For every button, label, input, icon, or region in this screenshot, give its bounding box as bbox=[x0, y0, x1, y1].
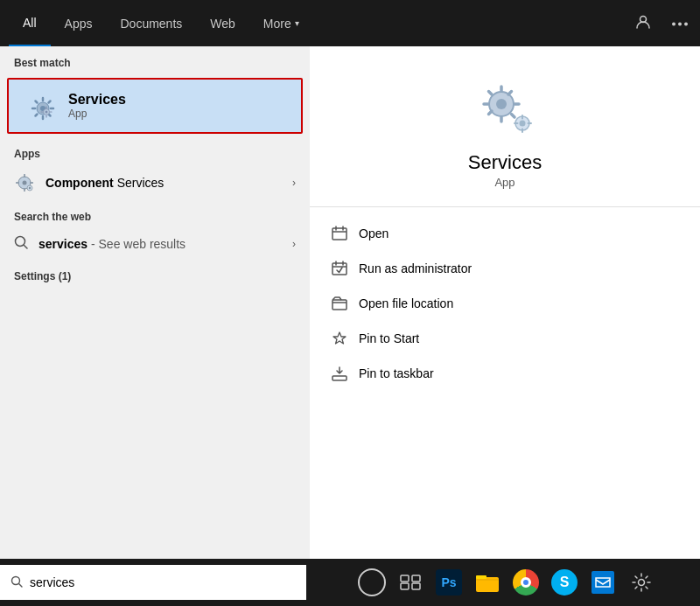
nav-tab-documents[interactable]: Documents bbox=[106, 0, 196, 46]
component-services-item[interactable]: Component Services › bbox=[0, 165, 310, 200]
nav-right-icons bbox=[632, 10, 691, 37]
svg-rect-17 bbox=[332, 376, 346, 380]
action-open-file-location-label: Open file location bbox=[359, 296, 453, 310]
action-pin-to-start[interactable]: Pin to Start bbox=[310, 321, 700, 356]
right-app-type: App bbox=[494, 176, 514, 189]
component-services-label: Component Services bbox=[46, 176, 292, 190]
file-explorer-icon bbox=[474, 569, 500, 596]
taskbar-search-box[interactable] bbox=[0, 565, 306, 600]
svg-point-13 bbox=[520, 121, 526, 127]
search-icon bbox=[14, 235, 28, 253]
blue-app-button[interactable] bbox=[585, 565, 620, 600]
best-match-item[interactable]: Services App bbox=[7, 78, 303, 134]
taskbar: Ps S bbox=[0, 559, 700, 606]
photoshop-icon: Ps bbox=[436, 569, 462, 596]
main-area: Best match bbox=[0, 46, 700, 559]
svg-point-3 bbox=[684, 22, 688, 25]
skype-icon: S bbox=[551, 569, 578, 596]
action-open[interactable]: Open bbox=[310, 216, 700, 251]
web-search-arrow: › bbox=[292, 238, 296, 250]
svg-point-1 bbox=[672, 22, 676, 25]
svg-point-5 bbox=[46, 111, 48, 114]
open-file-location-icon bbox=[331, 295, 348, 312]
svg-rect-22 bbox=[401, 583, 409, 589]
action-run-as-admin-label: Run as administrator bbox=[359, 261, 472, 275]
action-pin-to-taskbar[interactable]: Pin to taskbar bbox=[310, 356, 700, 391]
settings-gear-icon bbox=[630, 571, 653, 594]
nav-tab-more[interactable]: More ▾ bbox=[249, 0, 313, 46]
nav-tab-documents-label: Documents bbox=[120, 17, 182, 31]
action-pin-to-taskbar-label: Pin to taskbar bbox=[359, 366, 434, 380]
component-services-arrow: › bbox=[292, 177, 296, 189]
svg-point-27 bbox=[639, 580, 645, 586]
settings-button[interactable] bbox=[624, 565, 659, 600]
right-app-header: Services App bbox=[310, 46, 700, 207]
best-match-text-container: Services App bbox=[68, 92, 126, 120]
svg-rect-26 bbox=[592, 571, 614, 594]
open-icon bbox=[331, 225, 348, 242]
svg-point-6 bbox=[23, 181, 27, 185]
nav-tab-all[interactable]: All bbox=[9, 0, 51, 46]
svg-line-19 bbox=[19, 583, 22, 586]
services-app-icon bbox=[23, 88, 58, 123]
nav-tab-web[interactable]: Web bbox=[196, 0, 249, 46]
blue-app-icon bbox=[590, 569, 616, 596]
action-open-file-location[interactable]: Open file location bbox=[310, 286, 700, 321]
component-services-icon bbox=[14, 172, 35, 193]
skype-button[interactable]: S bbox=[547, 565, 582, 600]
svg-rect-21 bbox=[412, 575, 420, 582]
top-navigation: All Apps Documents Web More ▾ bbox=[0, 0, 700, 46]
nav-tab-web-label: Web bbox=[210, 17, 235, 31]
svg-point-2 bbox=[678, 22, 682, 25]
web-query: services bbox=[38, 237, 88, 251]
action-pin-to-start-label: Pin to Start bbox=[359, 331, 419, 345]
action-open-label: Open bbox=[359, 226, 388, 240]
taskbar-search-input[interactable] bbox=[30, 575, 296, 589]
nav-tab-apps-label: Apps bbox=[65, 17, 93, 31]
action-list: Open Run as administrator bbox=[310, 207, 700, 400]
task-view-icon bbox=[400, 575, 421, 590]
taskbar-search-icon bbox=[10, 575, 23, 590]
right-app-name: Services bbox=[468, 151, 542, 174]
best-match-label: Best match bbox=[0, 46, 310, 74]
svg-point-7 bbox=[29, 187, 31, 189]
left-panel: Best match bbox=[0, 46, 310, 559]
apps-section-label: Apps bbox=[0, 137, 310, 165]
svg-point-8 bbox=[16, 237, 25, 247]
pin-to-taskbar-icon bbox=[331, 365, 348, 382]
svg-point-18 bbox=[12, 576, 20, 584]
photoshop-button[interactable]: Ps bbox=[431, 565, 466, 600]
best-match-title: Services bbox=[68, 92, 126, 108]
best-match-subtitle: App bbox=[68, 108, 126, 120]
right-panel: Services App Open bbox=[310, 46, 700, 559]
svg-rect-23 bbox=[412, 583, 420, 589]
right-services-icon bbox=[470, 73, 540, 143]
chrome-button[interactable] bbox=[508, 565, 543, 600]
svg-line-9 bbox=[24, 246, 28, 249]
chrome-icon bbox=[513, 569, 539, 596]
web-section-label: Search the web bbox=[0, 200, 310, 228]
svg-rect-14 bbox=[332, 228, 346, 240]
nav-tab-apps[interactable]: Apps bbox=[51, 0, 107, 46]
web-search-item[interactable]: services - See web results › bbox=[0, 228, 310, 260]
see-web-results: - See web results bbox=[88, 237, 186, 251]
nav-tab-all-label: All bbox=[23, 16, 37, 30]
pin-to-start-icon bbox=[331, 330, 348, 347]
nav-tab-more-label: More bbox=[263, 17, 291, 31]
cortana-button[interactable] bbox=[354, 565, 389, 600]
more-dropdown-icon: ▾ bbox=[295, 18, 299, 28]
web-search-text: services - See web results bbox=[38, 237, 292, 251]
person-icon[interactable] bbox=[632, 10, 654, 37]
svg-point-11 bbox=[496, 99, 507, 109]
svg-rect-20 bbox=[401, 575, 409, 582]
run-as-admin-icon bbox=[331, 260, 348, 277]
cortana-icon bbox=[358, 568, 386, 596]
task-view-button[interactable] bbox=[393, 565, 428, 600]
ellipsis-icon[interactable] bbox=[668, 10, 691, 37]
taskbar-system-icons: Ps S bbox=[313, 565, 700, 600]
file-explorer-button[interactable] bbox=[470, 565, 505, 600]
settings-section-label: Settings (1) bbox=[0, 260, 310, 288]
svg-rect-25 bbox=[476, 575, 486, 579]
svg-rect-16 bbox=[332, 300, 346, 310]
action-run-as-admin[interactable]: Run as administrator bbox=[310, 251, 700, 286]
